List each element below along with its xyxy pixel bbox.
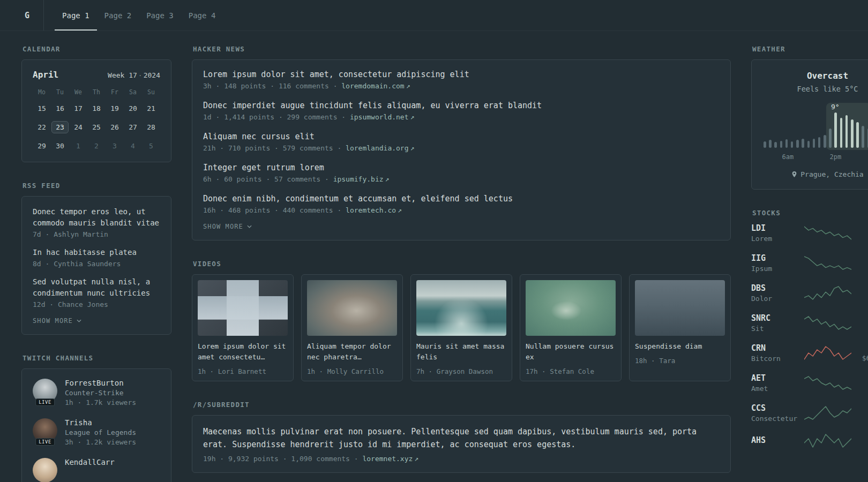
stock-name: Ipsum	[751, 265, 803, 273]
hn-show-more-button[interactable]: SHOW MORE	[203, 223, 720, 230]
twitch-channel-row[interactable]: LIVE Trisha League of Legends 3h · 1.2k …	[33, 418, 160, 446]
video-thumbnail[interactable]	[526, 280, 616, 336]
stock-name: Bitcorn	[751, 355, 803, 363]
hn-item-domain-link[interactable]: loremlandia.org	[346, 144, 408, 152]
stocks-section-title: STOCKS	[752, 209, 868, 217]
video-title[interactable]: Aliquam tempor dolor nec pharetra…	[307, 342, 391, 361]
calendar-day: 28	[143, 121, 160, 133]
stock-row[interactable]: SNRCSit +1.36%$148.64	[751, 313, 868, 333]
calendar-day: 24	[70, 121, 87, 133]
videos-section-title: VIDEOS	[193, 260, 731, 268]
stock-row[interactable]: CRNBitcorn -1.00%$66,171.48	[751, 343, 868, 363]
stock-row[interactable]: CCSConsectetur +0.51%$165.84	[751, 403, 868, 423]
stock-sparkline	[803, 405, 852, 420]
stock-row[interactable]: IIGIpsum +2.84%$42.04	[751, 253, 868, 273]
video-title[interactable]: Mauris sit amet massa felis	[416, 342, 504, 361]
video-card[interactable]: Aliquam tempor dolor nec pharetra… 1h · …	[301, 274, 403, 381]
stock-sparkline	[803, 225, 852, 240]
stock-row[interactable]: LDILorem +4.35%$795.18	[751, 223, 868, 243]
external-link-icon: ↗	[413, 455, 418, 463]
hn-item-title[interactable]: Lorem ipsum dolor sit amet, consectetur …	[203, 70, 469, 79]
twitch-channel-row[interactable]: LIVE ForrestBurton Counter-Strike 1h · 1…	[33, 379, 160, 406]
calendar-dow: Th	[93, 88, 100, 96]
video-card[interactable]: Nullam posuere cursus ex 17h · Stefan Co…	[520, 274, 622, 381]
stock-symbol: CCS	[751, 403, 803, 413]
weather-bars	[764, 112, 868, 148]
rss-section-title: RSS FEED	[23, 182, 171, 190]
stock-sparkline	[803, 345, 852, 360]
stock-change: +1.42%	[852, 284, 868, 292]
hn-item-title[interactable]: Aliquam nec cursus elit	[203, 132, 315, 141]
calendar-dow: Tu	[56, 88, 64, 96]
hn-item-domain-link[interactable]: loremtech.co	[346, 206, 396, 214]
video-card[interactable]: Suspendisse diam 18h · Tara	[629, 274, 731, 381]
tab-page-2[interactable]: Page 2	[97, 0, 139, 31]
calendar-section-title: CALENDAR	[23, 45, 171, 53]
weather-card: Overcast Feels like 5°C 9° 6am 2pm 10pm …	[751, 59, 868, 190]
stock-symbol: AHS	[751, 435, 803, 445]
stock-row[interactable]: AETAmet +0.92%$499.72	[751, 373, 868, 393]
stock-change: +0.46%	[852, 436, 868, 445]
calendar-day: 4	[126, 140, 139, 152]
subreddit-card: Maecenas mollis pulvinar erat non posuer…	[192, 415, 731, 473]
calendar-day: 26	[106, 121, 123, 133]
tab-page-4[interactable]: Page 4	[181, 0, 223, 31]
calendar-day: 1	[72, 140, 85, 152]
video-meta: 1h · Molly Carrillo	[307, 367, 397, 375]
calendar-dow: Sa	[129, 88, 137, 96]
hacker-news-widget: HACKER NEWS Lorem ipsum dolor sit amet, …	[192, 45, 731, 240]
calendar-dow: We	[74, 88, 82, 96]
calendar-day: 22	[33, 121, 50, 133]
video-card[interactable]: Lorem ipsum dolor sit amet consectetu… 1…	[192, 274, 294, 381]
video-meta: 1h · Lori Barnett	[198, 367, 288, 375]
stock-name: Lorem	[751, 235, 803, 243]
rss-show-more-button[interactable]: SHOW MORE	[33, 317, 160, 325]
video-thumbnail[interactable]	[416, 280, 506, 336]
middle-column: HACKER NEWS Lorem ipsum dolor sit amet, …	[192, 45, 731, 482]
hn-item-domain-link[interactable]: loremdomain.com	[341, 82, 404, 90]
hn-item-domain-link[interactable]: ipsumworld.net	[350, 113, 409, 121]
video-thumbnail[interactable]	[635, 280, 725, 336]
live-badge: LIVE	[35, 398, 55, 406]
video-thumbnail[interactable]	[198, 280, 288, 336]
calendar-dow: Mo	[38, 88, 46, 96]
hn-item-title[interactable]: Integer eget rutrum lorem	[203, 163, 324, 172]
stock-change: +0.51%	[852, 404, 868, 412]
subreddit-post-title[interactable]: Maecenas mollis pulvinar erat non posuer…	[203, 427, 697, 449]
twitch-channel-row[interactable]: KendallCarr	[33, 458, 160, 482]
rss-item-link[interactable]: In hac habitasse platea	[33, 248, 137, 257]
rss-card: Donec tempor eros leo, ut commodo mauris…	[21, 196, 171, 335]
stock-row[interactable]: AHS +0.46%	[751, 433, 868, 448]
video-title[interactable]: Nullam posuere cursus ex	[526, 342, 613, 361]
hn-item-title[interactable]: Donec enim nibh, condimentum et accumsan…	[203, 194, 513, 204]
tab-page-3[interactable]: Page 3	[139, 0, 181, 31]
subreddit-post-meta: 19h · 9,932 points · 1,090 comments · lo…	[203, 455, 720, 463]
video-thumbnail[interactable]	[307, 280, 397, 336]
calendar-day: 16	[51, 102, 69, 115]
tab-page-1[interactable]: Page 1	[55, 0, 97, 31]
video-title[interactable]: Suspendisse diam	[635, 342, 702, 350]
video-card[interactable]: Mauris sit amet massa felis 7h · Grayson…	[410, 274, 512, 381]
stock-price: $42.04	[852, 264, 868, 272]
weather-section-title: WEATHER	[752, 45, 868, 53]
channel-name[interactable]: KendallCarr	[65, 458, 115, 466]
hn-item-meta: 1d · 1,414 points · 299 comments · ipsum…	[203, 113, 720, 121]
channel-name[interactable]: Trisha	[65, 418, 136, 427]
subreddit-domain-link[interactable]: loremnet.xyz	[362, 455, 413, 463]
calendar-card: April Week 17·2024 Mo Tu We Th Fr Sa Su …	[21, 59, 171, 162]
calendar-day: 2	[90, 140, 103, 152]
stock-row[interactable]: DBSDolor +1.42%$156.28	[751, 283, 868, 303]
hn-item-meta: 21h · 710 points · 579 comments · loreml…	[203, 144, 720, 152]
channel-name[interactable]: ForrestBurton	[65, 379, 136, 387]
rss-item-link[interactable]: Donec tempor eros leo, ut commodo mauris…	[33, 207, 159, 227]
stock-change: -1.00%	[852, 344, 868, 352]
weather-time-axis: 6am 2pm 10pm	[761, 153, 868, 162]
stock-change: +4.35%	[852, 224, 868, 232]
video-title[interactable]: Lorem ipsum dolor sit amet consectetu…	[198, 342, 286, 361]
hn-item-title[interactable]: Donec imperdiet augue tincidunt felis al…	[203, 101, 542, 110]
calendar-day: 23	[51, 121, 69, 133]
rss-item-link[interactable]: Sed volutpat nulla nisl, a condimentum n…	[33, 277, 150, 297]
avatar: LIVE	[33, 418, 57, 443]
hn-item-domain-link[interactable]: ipsumify.biz	[333, 175, 384, 183]
rss-widget: RSS FEED Donec tempor eros leo, ut commo…	[21, 182, 171, 335]
